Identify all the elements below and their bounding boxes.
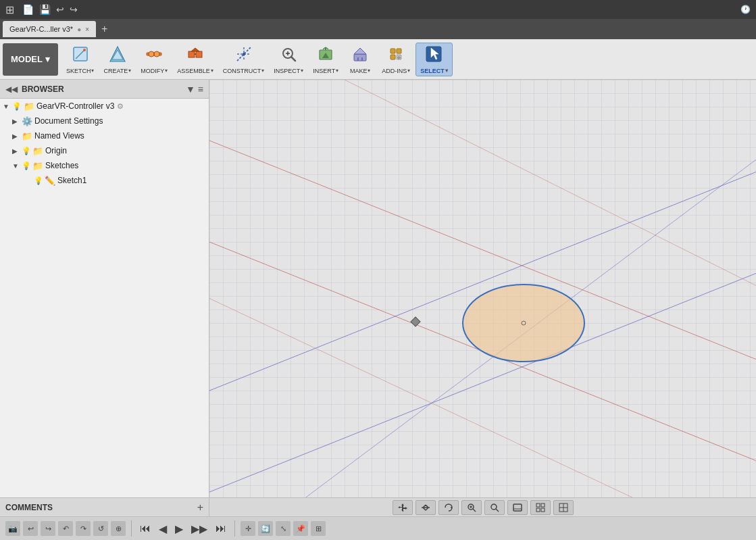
playback-next-btn[interactable]: ▶▶: [188, 521, 210, 537]
select-tool-group[interactable]: SELECT▾: [415, 43, 453, 76]
assemble-tool-group[interactable]: ASSEMBLE▾: [173, 43, 218, 76]
tab-label: GearVR-C...ller v3*: [9, 25, 73, 33]
doc-settings-icon: ⚙️: [22, 116, 32, 126]
canvas-background: [209, 80, 756, 497]
select-icon: [424, 45, 443, 67]
active-tab[interactable]: GearVR-C...ller v3* ● ×: [3, 21, 96, 37]
browser-controls: ▼ ≡: [186, 84, 203, 95]
root-light-icon: 💡: [12, 102, 22, 111]
tab-add-button[interactable]: +: [99, 23, 110, 35]
sketch-tool-group[interactable]: SKETCH▾: [62, 43, 99, 76]
tree-item-named-views[interactable]: ▶ 📁 Named Views: [0, 128, 209, 143]
playback-end-btn[interactable]: ⏭: [213, 521, 229, 536]
playback-icon5[interactable]: ↺: [93, 521, 108, 536]
undo-playback-icon[interactable]: ↩: [23, 521, 38, 536]
tree-item-doc-settings[interactable]: ▶ ⚙️ Document Settings: [0, 114, 209, 128]
sketches-light-icon: 💡: [22, 162, 31, 170]
redo-icon[interactable]: ↪: [70, 4, 78, 15]
assemble-label: ASSEMBLE▾: [177, 68, 213, 74]
playback-divider2: [234, 520, 235, 537]
sketch1-label: Sketch1: [57, 176, 86, 185]
browser-header: ◀◀ BROWSER ▼ ≡: [0, 80, 209, 99]
svg-rect-55: [536, 504, 540, 507]
make-tool-group[interactable]: MAKE▾: [344, 43, 376, 76]
comments-label: COMMENTS: [5, 503, 193, 512]
playback-move-icon[interactable]: ✛: [241, 521, 255, 536]
tree-item-origin[interactable]: ▶ 💡 📁 Origin: [0, 143, 209, 158]
tree-root-item[interactable]: ▼ 💡 📁 GearVR-Controller v3 ⚙: [0, 99, 209, 114]
comments-add-button[interactable]: +: [197, 501, 203, 514]
root-folder-icon: 📁: [24, 101, 34, 112]
playback-bar: 📷 ↩ ↪ ↶ ↷ ↺ ⊕ ⏮ ◀ ▶ ▶▶ ⏭ ✛ 🔄 ⤡ 📌 ⊞: [0, 516, 756, 540]
origin-arrow[interactable]: ▶: [12, 147, 22, 155]
display-mode-btn[interactable]: [507, 500, 528, 515]
browser-collapse-icon[interactable]: ◀◀: [5, 84, 18, 94]
new-file-icon[interactable]: 📄: [22, 4, 34, 15]
clock-icon: 🕐: [740, 5, 751, 14]
tree-item-sketches[interactable]: ▼ 💡 📁 Sketches: [0, 158, 209, 173]
model-button[interactable]: MODEL ▾: [3, 43, 58, 76]
sketches-arrow[interactable]: ▼: [12, 162, 22, 170]
playback-icon3[interactable]: ↶: [58, 521, 73, 536]
app-grid-icon[interactable]: ⊞: [5, 3, 14, 16]
inspect-label: INSPECT▾: [274, 68, 303, 74]
orbit-tool-btn[interactable]: [438, 500, 459, 515]
tab-bar: GearVR-C...ller v3* ● × +: [0, 19, 756, 39]
sketches-folder-icon: 📁: [32, 161, 43, 171]
playback-play-btn[interactable]: ▶: [172, 521, 186, 537]
system-bar: ⊞ 📄 💾 ↩ ↪ 🕐: [0, 0, 756, 19]
doc-settings-arrow[interactable]: ▶: [12, 118, 22, 125]
browser-menu-icon[interactable]: ≡: [198, 84, 203, 95]
modify-tool-group[interactable]: MODIFY▾: [136, 43, 172, 76]
create-icon: [108, 45, 127, 67]
view-options-btn[interactable]: [553, 500, 574, 515]
undo-icon[interactable]: ↩: [56, 4, 64, 15]
addins-label: ADD-INS▾: [382, 68, 410, 74]
svg-rect-58: [541, 508, 545, 512]
sketches-label: Sketches: [45, 161, 78, 170]
addins-tool-group[interactable]: ADD-INS▾: [378, 43, 414, 76]
grid-toggle-btn[interactable]: [530, 500, 551, 515]
move-tool-btn[interactable]: [393, 500, 413, 515]
playback-icon6[interactable]: ⊕: [111, 521, 126, 536]
svg-point-7: [154, 51, 159, 57]
insert-tool-group[interactable]: INSERT▾: [309, 43, 343, 76]
tab-close-button[interactable]: ×: [85, 26, 89, 33]
zoom-fit-tool-btn[interactable]: [461, 500, 482, 515]
playback-align-icon[interactable]: ⊞: [311, 521, 326, 536]
create-tool-group[interactable]: CREATE▾: [99, 43, 135, 76]
comments-section: COMMENTS +: [0, 498, 209, 516]
playback-icon4[interactable]: ↷: [76, 521, 91, 536]
playback-start-btn[interactable]: ⏮: [137, 521, 153, 536]
browser-sidebar: ◀◀ BROWSER ▼ ≡ ▼ 💡 📁 GearVR-Controller v…: [0, 80, 209, 497]
svg-rect-31: [390, 55, 395, 59]
root-collapse-arrow[interactable]: ▼: [3, 103, 12, 110]
canvas-area[interactable]: [209, 80, 756, 497]
modify-label: MODIFY▾: [141, 68, 168, 74]
playback-snap-icon[interactable]: 📌: [293, 521, 308, 536]
construct-tool-group[interactable]: CONSTRUCT▾: [219, 43, 269, 76]
camera-playback-icon[interactable]: 📷: [5, 521, 20, 536]
tree-item-sketch1[interactable]: 💡 ✏️ Sketch1: [0, 173, 209, 188]
pan-horiz-tool-btn[interactable]: [415, 500, 436, 515]
inspect-tool-group[interactable]: INSPECT▾: [270, 43, 307, 76]
playback-prev-btn[interactable]: ◀: [156, 521, 170, 537]
named-views-label: Named Views: [34, 131, 84, 141]
model-arrow: ▾: [45, 54, 50, 64]
make-icon: [351, 45, 370, 67]
playback-rotate-icon[interactable]: 🔄: [258, 521, 273, 536]
origin-light-icon: 💡: [22, 147, 31, 155]
root-item-label: GearVR-Controller v3: [36, 101, 114, 111]
assemble-icon: [186, 45, 205, 67]
browser-filter-icon[interactable]: ▼: [186, 84, 195, 95]
named-views-arrow[interactable]: ▶: [12, 132, 22, 140]
playback-scale-icon[interactable]: ⤡: [276, 521, 291, 536]
svg-rect-29: [390, 49, 395, 53]
save-icon[interactable]: 💾: [39, 4, 51, 15]
svg-point-6: [149, 51, 154, 57]
redo-playback-icon[interactable]: ↪: [41, 521, 55, 536]
root-settings-icon[interactable]: ⚙: [117, 102, 124, 111]
main-content: ◀◀ BROWSER ▼ ≡ ▼ 💡 📁 GearVR-Controller v…: [0, 80, 756, 497]
zoom-tool-btn[interactable]: [484, 500, 505, 515]
make-label: MAKE▾: [350, 68, 371, 74]
